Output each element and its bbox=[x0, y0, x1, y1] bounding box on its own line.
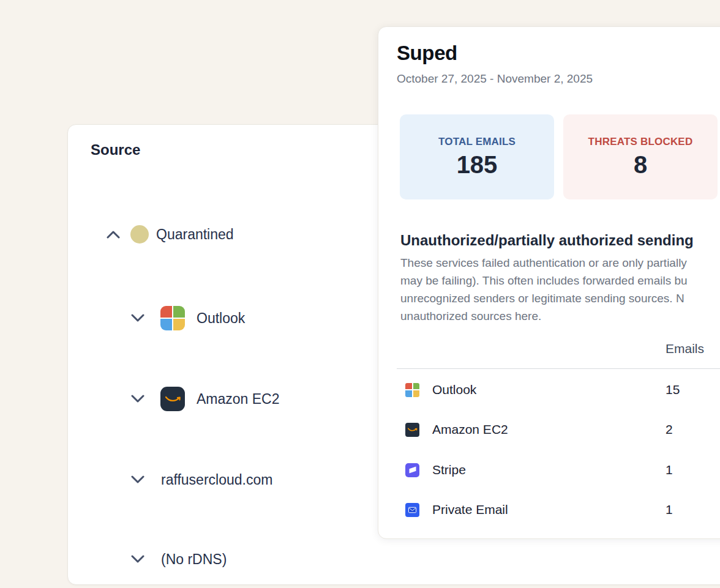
service-name: Private Email bbox=[432, 502, 508, 517]
report-card: Suped October 27, 2025 - November 2, 202… bbox=[378, 26, 720, 539]
service-name: Outlook bbox=[432, 382, 476, 397]
email-count: 15 bbox=[666, 382, 680, 397]
description-line: unrecognized senders or legitimate sendi… bbox=[400, 289, 688, 307]
microsoft-logo-icon bbox=[405, 383, 419, 397]
tree-item-label: Outlook bbox=[197, 310, 245, 327]
report-date-range: October 27, 2025 - November 2, 2025 bbox=[397, 72, 593, 86]
section-description: These services failed authentication or … bbox=[400, 254, 688, 325]
stats-row: TOTAL EMAILS 185 THREATS BLOCKED 8 bbox=[400, 114, 718, 199]
description-line: unauthorized sources here. bbox=[400, 307, 688, 325]
tree-item-outlook[interactable]: Outlook bbox=[68, 304, 245, 332]
source-panel-title: Source bbox=[91, 141, 140, 158]
chevron-up-icon[interactable] bbox=[106, 230, 121, 239]
private-email-logo-icon bbox=[405, 503, 419, 517]
total-emails-stat: TOTAL EMAILS 185 bbox=[400, 114, 554, 199]
chevron-down-icon[interactable] bbox=[130, 475, 145, 484]
chevron-down-icon[interactable] bbox=[130, 555, 145, 564]
stat-label: TOTAL EMAILS bbox=[438, 136, 516, 148]
table-row[interactable]: Amazon EC2 2 bbox=[378, 409, 720, 450]
tree-item-amazon-ec2[interactable]: Amazon EC2 bbox=[68, 385, 280, 413]
email-count: 2 bbox=[666, 422, 673, 437]
amazon-logo-icon bbox=[405, 423, 419, 437]
quarantine-dot-icon bbox=[130, 225, 149, 244]
chevron-down-icon[interactable] bbox=[130, 395, 145, 403]
chevron-down-icon[interactable] bbox=[130, 314, 145, 322]
microsoft-logo-icon bbox=[160, 306, 185, 330]
table-row[interactable]: Stripe 1 bbox=[378, 450, 720, 490]
tree-item-raffusercloud[interactable]: raffusercloud.com bbox=[68, 466, 272, 494]
stat-value: 185 bbox=[457, 151, 498, 179]
tree-item-label: Amazon EC2 bbox=[197, 391, 280, 408]
email-count: 1 bbox=[666, 502, 673, 517]
service-name: Stripe bbox=[432, 463, 466, 477]
section-heading: Unauthorized/partially authorized sendin… bbox=[400, 232, 694, 249]
table-divider bbox=[397, 368, 720, 369]
tree-item-label: Quarantined bbox=[156, 226, 234, 243]
email-count: 1 bbox=[666, 463, 673, 477]
tree-item-quarantined[interactable]: Quarantined bbox=[68, 220, 234, 248]
stat-label: THREATS BLOCKED bbox=[588, 136, 693, 148]
description-line: These services failed authentication or … bbox=[400, 254, 688, 272]
threats-blocked-stat: THREATS BLOCKED 8 bbox=[563, 114, 718, 199]
service-name: Amazon EC2 bbox=[432, 422, 508, 437]
emails-column-header: Emails bbox=[666, 341, 704, 356]
report-title: Suped bbox=[397, 42, 457, 65]
description-line: may be failing). This often includes for… bbox=[400, 272, 688, 289]
tree-item-no-rdns[interactable]: (No rDNS) bbox=[68, 545, 227, 573]
table-row[interactable]: Outlook 15 bbox=[378, 370, 720, 410]
tree-item-label: raffusercloud.com bbox=[161, 472, 272, 488]
amazon-logo-icon bbox=[160, 387, 185, 411]
table-row[interactable]: Private Email 1 bbox=[378, 489, 720, 530]
stripe-logo-icon bbox=[405, 463, 419, 477]
tree-item-label: (No rDNS) bbox=[161, 551, 227, 568]
stat-value: 8 bbox=[634, 151, 647, 179]
page: { "page": { "background": "#f7f3ed" }, "… bbox=[0, 0, 720, 588]
